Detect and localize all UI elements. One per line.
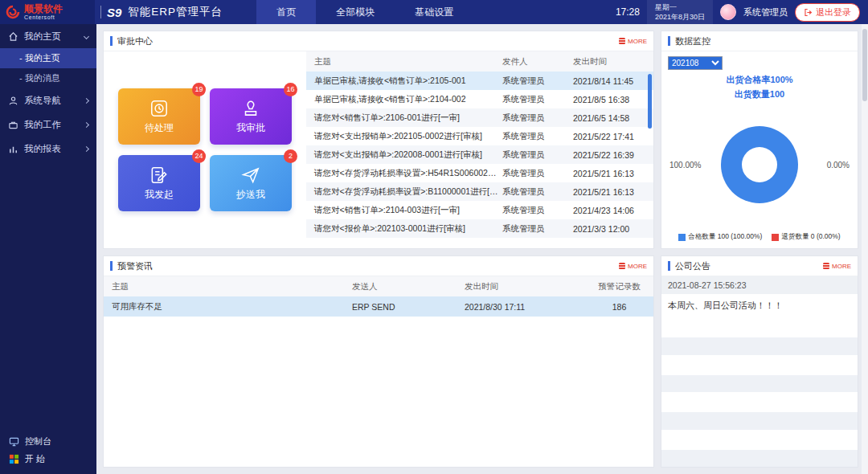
announcement-timestamp: 2021-08-27 15:56:23	[661, 276, 858, 294]
tile-initiated-by-me[interactable]: 24 我发起	[118, 155, 200, 211]
initiated-count-badge: 24	[192, 149, 206, 163]
sidebar-item-label: 我的工作	[24, 119, 61, 131]
date-label: 2021年8月30日	[655, 12, 705, 22]
tile-label: 我审批	[236, 121, 265, 135]
stamp-icon	[240, 98, 261, 119]
approval-table: 主题 发件人 发出时间 单据已审核,请接收<销售订单>:2105-001 系统管…	[306, 51, 653, 248]
app-title: 智能ERP管理平台	[128, 5, 223, 19]
current-user[interactable]: 系统管理员	[743, 6, 788, 18]
donut-ring	[721, 126, 798, 203]
shipment-qty-line: 出货数量100	[668, 87, 851, 101]
announcement-empty-row	[661, 337, 858, 355]
table-row[interactable]: 请您对<支出报销单>:202105-0002进行[审核] 系统管理员 2021/…	[306, 127, 653, 145]
logout-button[interactable]: 退出登录	[795, 3, 860, 22]
pending-count-badge: 19	[192, 83, 206, 96]
clock: 17:28	[616, 6, 640, 18]
sidebar-item-label: 我的报表	[24, 143, 61, 155]
sidebar-item-my-home-group[interactable]: 我的主页	[0, 24, 96, 48]
briefcase-icon	[8, 120, 18, 130]
approval-tiles: 19 待处理 16	[104, 51, 306, 248]
legend-swatch-blue	[678, 234, 686, 241]
page-scrollbar-thumb[interactable]	[862, 29, 867, 101]
sidebar-item-my-reports[interactable]: 我的报表	[0, 137, 96, 161]
sidebar: 我的主页 - 我的主页 - 我的消息 系统导航 我的工作 我的报表	[0, 24, 96, 474]
more-icon	[823, 263, 829, 269]
approval-table-header: 主题 发件人 发出时间	[306, 51, 653, 72]
alerts-panel: 预警资讯 MORE 主题 发送人 发出时间 预警记录数 可用库存不足 ERP S…	[103, 255, 654, 468]
alerts-more-link[interactable]: MORE	[619, 263, 647, 270]
table-row[interactable]: 请您对<报价单>:202103-0001进行[审核] 系统管理员 2021/3/…	[306, 219, 653, 238]
console-label: 控制台	[25, 435, 51, 447]
chart-legend: 合格数量 100 (100.00%) 退货数量 0 (0.00%)	[668, 232, 851, 242]
chevron-right-icon	[84, 145, 89, 151]
brand-name-en: Centersoft	[24, 14, 63, 21]
announcement-empty-row	[661, 450, 858, 468]
brand-name-cn: 顺景软件	[24, 4, 63, 14]
start-icon	[9, 454, 19, 464]
bar-chart-icon	[8, 144, 18, 154]
period-select[interactable]: 202108	[668, 56, 723, 70]
table-row[interactable]: 请您对<存货浮动耗损率设置>:B11000001进行[审核] 系统管理员 202…	[306, 182, 653, 201]
table-scrollbar[interactable]	[648, 74, 652, 129]
alerts-panel-title: 预警资讯	[117, 260, 153, 272]
tile-my-approvals[interactable]: 16 我审批	[210, 88, 292, 145]
table-row[interactable]: 请您对<存货浮动耗损率设置>:H54R1S006002进行[审核] 系统管理员 …	[306, 164, 653, 182]
my-approvals-count-badge: 16	[284, 83, 297, 96]
tile-pending[interactable]: 19 待处理	[118, 88, 200, 145]
announcements-panel-title: 公司公告	[675, 260, 710, 272]
more-icon	[619, 38, 625, 44]
start-label: 开 始	[25, 453, 45, 465]
tile-cc-to-me[interactable]: 2 抄送我	[210, 155, 292, 211]
tile-label: 我发起	[145, 188, 174, 202]
data-monitor-panel: 数据监控 202108 出货合格率100% 出货数量100 100.00% 0.…	[661, 31, 858, 249]
table-row[interactable]: 可用库存不足 ERP SEND 2021/8/30 17:11 186	[104, 296, 653, 317]
announcements-panel: 公司公告 MORE 2021-08-27 15:56:23 本周六、周日公司活动…	[661, 255, 858, 468]
tab-all-modules[interactable]: 全部模块	[316, 0, 395, 24]
cc-count-badge: 2	[284, 149, 297, 163]
panel-accent	[110, 36, 113, 46]
document-edit-icon	[149, 165, 170, 186]
weekday-label: 星期一	[655, 2, 705, 12]
monitor-summary: 出货合格率100% 出货数量100	[668, 72, 851, 101]
tab-basic-settings[interactable]: 基础设置	[395, 0, 473, 24]
brand-logo: 顺景软件 Centersoft	[0, 0, 95, 24]
page-scrollbar[interactable]	[862, 24, 868, 474]
announcement-item[interactable]: 本周六、周日公司活动！！！	[661, 294, 858, 317]
date-display: 星期一 2021年8月30日	[647, 0, 713, 24]
announcements-more-link[interactable]: MORE	[823, 263, 851, 270]
legend-item-qualified: 合格数量 100 (100.00%)	[678, 232, 762, 242]
top-nav: 首页 全部模块 基础设置	[256, 0, 473, 24]
table-row[interactable]: 请您对<销售订单>:2104-003进行[一审] 系统管理员 2021/4/23…	[306, 201, 653, 219]
paper-plane-icon	[240, 165, 261, 186]
start-button[interactable]: 开 始	[0, 450, 96, 468]
alerts-table-header: 主题 发送人 发出时间 预警记录数	[104, 276, 653, 296]
sidebar-item-my-work[interactable]: 我的工作	[0, 112, 96, 137]
sidebar-subitem-my-home[interactable]: - 我的主页	[0, 48, 96, 68]
donut-chart: 100.00% 0.00%	[668, 101, 851, 227]
approval-more-link[interactable]: MORE	[619, 38, 647, 45]
panel-accent	[668, 36, 670, 46]
tile-label: 待处理	[145, 121, 174, 135]
donut-right-label: 0.00%	[827, 160, 850, 169]
announcement-empty-row	[661, 375, 858, 393]
tab-home[interactable]: 首页	[256, 0, 316, 24]
approval-center-panel: 审批中心 MORE 19 待处理	[103, 31, 654, 249]
sidebar-subitem-my-messages[interactable]: - 我的消息	[0, 68, 96, 88]
approval-panel-title: 审批中心	[117, 35, 153, 47]
legend-item-returned: 退货数量 0 (0.00%)	[772, 232, 840, 242]
announcement-empty-row	[661, 412, 858, 430]
user-avatar[interactable]	[720, 4, 736, 20]
table-row[interactable]: 单据已审核,请接收<销售订单>:2104-002 系统管理员 2021/8/5 …	[306, 90, 653, 108]
console-button[interactable]: 控制台	[0, 432, 96, 450]
more-icon	[619, 263, 625, 269]
sidebar-item-label: 我的主页	[24, 31, 61, 43]
console-icon	[9, 436, 19, 447]
top-bar: 顺景软件 Centersoft S9 智能ERP管理平台 首页 全部模块 基础设…	[0, 0, 868, 24]
table-row[interactable]: 请您对<销售订单>:2106-001进行[一审] 系统管理员 2021/6/5 …	[306, 108, 653, 127]
donut-left-label: 100.00%	[669, 160, 701, 169]
sidebar-item-system-nav[interactable]: 系统导航	[0, 88, 96, 112]
panel-accent	[110, 261, 113, 271]
divider	[100, 6, 101, 18]
table-row[interactable]: 单据已审核,请接收<销售订单>:2105-001 系统管理员 2021/8/14…	[306, 72, 653, 90]
table-row[interactable]: 请您对<支出报销单>:202008-0001进行[审核] 系统管理员 2021/…	[306, 145, 653, 164]
